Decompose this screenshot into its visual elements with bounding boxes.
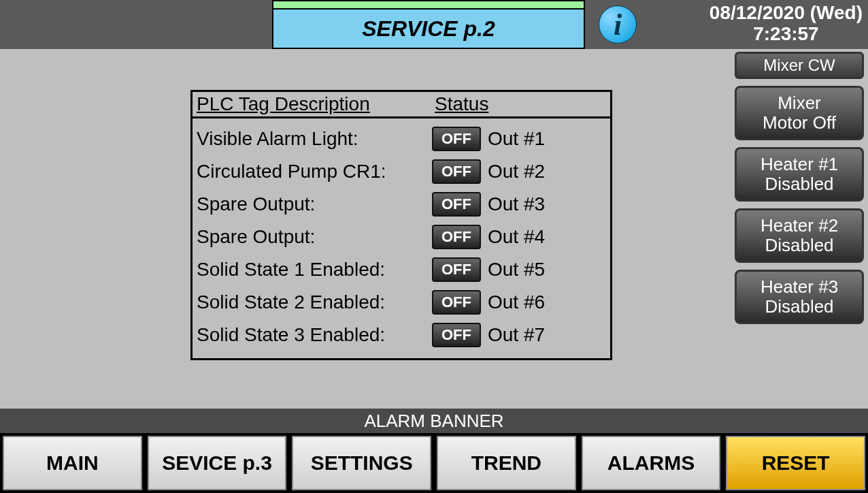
table-row: Solid State 3 Enabled: OFF Out #7 (197, 319, 606, 351)
heater-3-button[interactable]: Heater #3Disabled (735, 270, 864, 324)
table-row: Solid State 2 Enabled: OFF Out #6 (197, 286, 606, 319)
table-row: Spare Output: OFF Out #3 (197, 188, 606, 221)
table-row: Spare Output: OFF Out #4 (197, 221, 606, 253)
plc-state-button[interactable]: OFF (432, 323, 481, 347)
plc-state-button[interactable]: OFF (432, 290, 481, 315)
plc-header-status: Status (435, 93, 488, 115)
nav-trend-button[interactable]: TREND (437, 436, 576, 490)
plc-out-label: Out #3 (488, 193, 545, 215)
datetime-display: 08/12/2020 (Wed) 7:23:57 (710, 3, 863, 45)
table-row: Circulated Pump CR1: OFF Out #2 (197, 155, 606, 188)
plc-state-button[interactable]: OFF (432, 257, 481, 282)
alarm-banner: ALARM BANNER (0, 409, 868, 433)
info-icon[interactable]: i (599, 5, 637, 44)
mixer-motor-button[interactable]: MixerMotor Off (735, 86, 864, 140)
nav-reset-button[interactable]: RESET (726, 436, 865, 490)
main-area: Mixer CW MixerMotor Off Heater #1Disable… (0, 49, 868, 409)
plc-out-label: Out #5 (488, 259, 545, 281)
plc-state-button[interactable]: OFF (432, 159, 481, 184)
table-row: Solid State 1 Enabled: OFF Out #5 (197, 253, 606, 286)
plc-out-label: Out #1 (488, 128, 545, 150)
plc-row-label: Visible Alarm Light: (197, 128, 432, 150)
plc-table-header: PLC Tag Description Status (193, 92, 610, 118)
plc-table-body: Visible Alarm Light: OFF Out #1 Circulat… (193, 118, 610, 358)
plc-row-label: Spare Output: (197, 193, 432, 215)
plc-out-label: Out #4 (488, 226, 545, 248)
nav-settings-button[interactable]: SETTINGS (292, 436, 431, 490)
plc-out-label: Out #7 (488, 324, 545, 346)
title-top-strip (272, 0, 585, 8)
title-badge: SERVICE p.2 (272, 0, 585, 49)
plc-table: PLC Tag Description Status Visible Alarm… (190, 90, 612, 360)
plc-state-button[interactable]: OFF (432, 225, 481, 249)
date-text: 08/12/2020 (Wed) (710, 3, 863, 24)
bottom-nav: MAIN SEVICE p.3 SETTINGS TREND ALARMS RE… (0, 433, 868, 493)
plc-out-label: Out #6 (488, 291, 545, 313)
plc-state-button[interactable]: OFF (432, 127, 481, 151)
plc-row-label: Solid State 1 Enabled: (197, 259, 432, 281)
plc-state-button[interactable]: OFF (432, 192, 481, 217)
header-bar: SERVICE p.2 i 08/12/2020 (Wed) 7:23:57 (0, 0, 868, 49)
plc-header-description: PLC Tag Description (197, 93, 435, 115)
nav-service-button[interactable]: SEVICE p.3 (148, 436, 287, 490)
plc-out-label: Out #2 (488, 161, 545, 182)
nav-alarms-button[interactable]: ALARMS (582, 436, 721, 490)
side-button-column: Mixer CW MixerMotor Off Heater #1Disable… (735, 52, 864, 324)
mixer-cw-button[interactable]: Mixer CW (735, 52, 864, 79)
heater-1-button[interactable]: Heater #1Disabled (735, 147, 864, 202)
nav-main-button[interactable]: MAIN (3, 436, 142, 490)
table-row: Visible Alarm Light: OFF Out #1 (197, 123, 606, 155)
plc-row-label: Circulated Pump CR1: (197, 161, 432, 182)
plc-row-label: Solid State 3 Enabled: (197, 324, 432, 346)
plc-row-label: Spare Output: (197, 226, 432, 248)
heater-2-button[interactable]: Heater #2Disabled (735, 208, 864, 263)
plc-row-label: Solid State 2 Enabled: (197, 291, 432, 313)
time-text: 7:23:57 (710, 24, 863, 45)
page-title: SERVICE p.2 (272, 8, 585, 49)
